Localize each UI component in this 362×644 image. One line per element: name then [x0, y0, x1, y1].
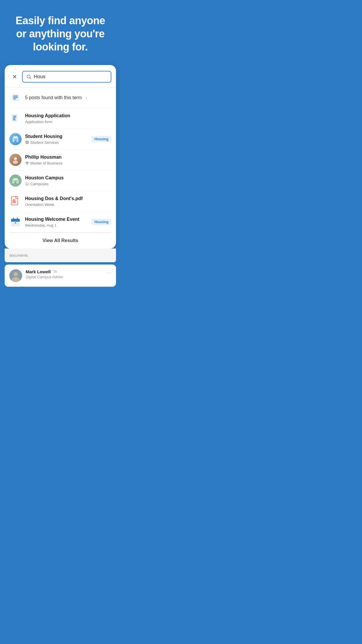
svg-line-1: [30, 78, 31, 79]
student-housing-avatar-wrap: [9, 133, 22, 145]
svg-rect-9: [13, 118, 15, 119]
hero-section: Easily find anyone or anything you're lo…: [0, 0, 121, 65]
phillip-avatar-wrap: [9, 154, 22, 166]
feed-avatar: [9, 269, 22, 282]
posts-icon-wrap: [9, 92, 22, 104]
hero-title: Easily find anyone or anything you're lo…: [9, 14, 111, 53]
svg-rect-27: [15, 182, 16, 183]
houston-avatar: [9, 174, 22, 187]
houston-avatar-wrap: [9, 174, 22, 187]
svg-rect-6: [12, 114, 17, 122]
feed-more-button[interactable]: ···: [106, 269, 111, 276]
housing-welcome-title: Housing Welcome Event: [25, 216, 88, 223]
houston-subtitle: Campuses: [25, 182, 111, 186]
feed-user-role: Digital Campus Admin: [26, 275, 103, 279]
phillip-avatar: [9, 154, 22, 166]
svg-rect-30: [27, 183, 27, 184]
feed-user-name: Mark Lowell: [26, 269, 51, 274]
view-all-button[interactable]: View All Results: [9, 232, 111, 249]
phillip-text: Phillip Housman Master of Business: [25, 154, 111, 165]
posts-found-label: 5 posts found with this term: [25, 95, 82, 101]
below-card-text: documents.: [5, 249, 116, 262]
search-row: ✕: [9, 71, 111, 83]
svg-rect-38: [11, 220, 20, 222]
svg-rect-29: [26, 183, 27, 184]
search-input[interactable]: [34, 74, 107, 80]
housing-dos-text: Housing Dos & Dont's.pdf Orientation Wee…: [25, 196, 111, 207]
close-button[interactable]: ✕: [9, 71, 20, 82]
housing-welcome-tag: Housing: [92, 219, 111, 225]
info-icon: [25, 140, 29, 144]
student-housing-title: Student Housing: [25, 134, 88, 140]
housing-welcome-subtitle: Wednesday, Aug 1: [25, 223, 88, 228]
svg-rect-25: [14, 181, 15, 181]
search-card: ✕ 5 posts found with this term ›: [5, 65, 116, 249]
svg-rect-40: [17, 218, 18, 220]
svg-rect-15: [14, 140, 17, 142]
result-student-housing[interactable]: Student Housing Student Services Housing: [9, 129, 111, 150]
result-housing-welcome[interactable]: Housing Welcome Event Wednesday, Aug 1 H…: [9, 212, 111, 232]
svg-rect-10: [13, 120, 16, 120]
svg-point-43: [14, 272, 18, 276]
svg-rect-12: [13, 136, 17, 138]
document-icon: [10, 113, 20, 123]
houston-text: Houston Campus Campuses: [25, 175, 111, 186]
houston-title: Houston Campus: [25, 175, 111, 181]
svg-rect-14: [16, 139, 17, 140]
feed-content: Mark Lowell 7h Digital Campus Admin: [26, 269, 103, 279]
svg-rect-26: [16, 181, 17, 181]
student-housing-text: Student Housing Student Services: [25, 134, 88, 145]
housing-application-text: Housing Application Application form: [25, 113, 111, 124]
housing-welcome-text: Housing Welcome Event Wednesday, Aug 1: [25, 216, 88, 228]
calendar-icon: [10, 217, 21, 227]
feed-name-row: Mark Lowell 7h: [26, 269, 103, 274]
pdf-icon-wrap: PDF: [9, 195, 22, 207]
building-icon: [25, 182, 29, 186]
svg-rect-17: [27, 142, 27, 144]
svg-point-18: [27, 141, 27, 142]
posts-icon: [11, 93, 20, 102]
feed-user-time: 7h: [53, 270, 57, 274]
svg-rect-39: [13, 218, 14, 220]
search-icon: [26, 74, 31, 79]
svg-rect-8: [13, 117, 16, 118]
mark-lowell-avatar-svg: [9, 269, 22, 282]
svg-rect-31: [28, 183, 28, 184]
phillip-subtitle: Master of Business: [25, 161, 111, 165]
housing-dos-subtitle: Orientation Week: [25, 202, 111, 207]
svg-rect-32: [27, 184, 28, 185]
calendar-icon-wrap: [9, 216, 22, 228]
housing-dos-title: Housing Dos & Dont's.pdf: [25, 196, 111, 202]
search-input-wrapper: [22, 71, 111, 83]
housing-application-title: Housing Application: [25, 113, 111, 119]
svg-rect-7: [13, 116, 16, 116]
pdf-icon: PDF: [10, 196, 21, 207]
result-houston-campus[interactable]: Houston Campus Campuses: [9, 170, 111, 191]
svg-rect-24: [13, 178, 17, 180]
svg-rect-4: [13, 97, 18, 98]
close-icon: ✕: [12, 73, 17, 80]
svg-rect-13: [14, 139, 15, 140]
student-housing-avatar: [9, 133, 22, 145]
result-phillip-housman[interactable]: Phillip Housman Master of Business: [9, 150, 111, 170]
result-housing-application[interactable]: Housing Application Application form: [9, 108, 111, 129]
svg-point-19: [14, 157, 17, 160]
svg-point-20: [13, 160, 18, 164]
svg-rect-5: [13, 99, 16, 99]
posts-chevron-icon: ›: [85, 95, 87, 101]
feed-item: Mark Lowell 7h Digital Campus Admin ···: [5, 265, 116, 287]
result-housing-dos[interactable]: PDF Housing Dos & Dont's.pdf Orientation…: [9, 191, 111, 212]
student-housing-tag: Housing: [92, 136, 111, 142]
posts-found-row[interactable]: 5 posts found with this term ›: [9, 88, 111, 108]
graduation-icon: [25, 161, 29, 165]
housing-application-subtitle: Application form: [25, 120, 111, 124]
student-housing-subtitle: Student Services: [25, 140, 88, 145]
phillip-title: Phillip Housman: [25, 154, 111, 160]
svg-rect-3: [13, 96, 18, 97]
housing-application-icon-wrap: [9, 112, 22, 125]
